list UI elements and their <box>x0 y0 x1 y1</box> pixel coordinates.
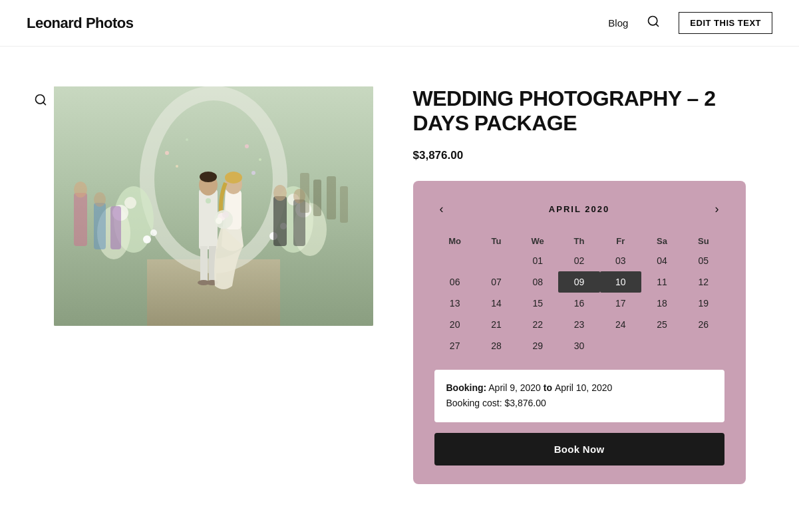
svg-rect-50 <box>300 173 309 213</box>
calendar-day[interactable]: 21 <box>476 314 517 335</box>
booking-label: Booking: <box>446 382 487 393</box>
booking-end-date: April 10, 2020 <box>555 382 612 393</box>
svg-point-45 <box>186 138 188 141</box>
image-zoom-icon[interactable] <box>34 93 47 110</box>
svg-rect-53 <box>340 186 348 223</box>
calendar-day[interactable]: 08 <box>517 271 558 293</box>
calendar-day[interactable]: 15 <box>517 293 558 314</box>
calendar-month-year: APRIL 2020 <box>549 204 609 214</box>
calendar-day-header: Mo <box>434 232 476 250</box>
booking-cost-line: Booking cost: $3,876.00 <box>446 396 713 412</box>
calendar-day-header: We <box>517 232 558 250</box>
svg-point-44 <box>165 151 169 155</box>
book-now-button[interactable]: Book Now <box>434 433 724 466</box>
booking-info-box: Booking: April 9, 2020 to April 10, 2020… <box>434 370 724 423</box>
calendar-table: MoTuWeThFrSaSu 0102030405060708091011121… <box>434 232 724 356</box>
calendar-day[interactable]: 09 <box>558 271 599 293</box>
calendar-day[interactable]: 18 <box>641 293 683 314</box>
calendar-week-row: 0102030405 <box>434 250 724 271</box>
svg-point-27 <box>206 198 211 203</box>
svg-point-41 <box>273 185 287 201</box>
site-logo: Leonard Photos <box>27 15 133 32</box>
booking-to-label: to <box>544 382 552 393</box>
calendar-day[interactable]: 14 <box>476 293 517 314</box>
calendar-header-row: MoTuWeThFrSaSu <box>434 232 724 250</box>
product-price: $3,876.00 <box>413 149 746 162</box>
calendar-day-header: Su <box>683 232 724 250</box>
svg-rect-37 <box>94 203 106 249</box>
product-title: WEDDING PHOTOGRAPHY – 2 DAYS PACKAGE <box>413 86 746 136</box>
booking-date-line: Booking: April 9, 2020 to April 10, 2020 <box>446 380 713 396</box>
calendar-day[interactable]: 24 <box>600 314 641 335</box>
calendar-day[interactable]: 10 <box>600 271 641 293</box>
nav-blog-link[interactable]: Blog <box>608 17 628 29</box>
calendar-day[interactable]: 13 <box>434 293 476 314</box>
calendar-day[interactable]: 05 <box>683 250 724 271</box>
calendar-day[interactable]: 23 <box>558 314 599 335</box>
svg-point-49 <box>251 171 255 175</box>
calendar-week-row: 20212223242526 <box>434 314 724 335</box>
svg-point-30 <box>225 172 242 184</box>
calendar-day[interactable]: 30 <box>558 335 599 356</box>
booking-start-date: April 9, 2020 <box>488 382 541 393</box>
calendar-body: 0102030405060708091011121314151617181920… <box>434 250 724 356</box>
calendar-day[interactable]: 22 <box>517 314 558 335</box>
header-nav: Blog EDIT THIS TEXT <box>608 12 772 34</box>
site-header: Leonard Photos Blog EDIT THIS TEXT <box>0 0 799 47</box>
svg-point-17 <box>150 229 157 236</box>
product-image-section <box>54 86 373 326</box>
calendar-week-row: 27282930 <box>434 335 724 356</box>
calendar-day[interactable]: 17 <box>600 293 641 314</box>
calendar-day-empty <box>476 250 517 271</box>
svg-point-36 <box>74 182 87 198</box>
calendar-day[interactable]: 25 <box>641 314 683 335</box>
svg-rect-51 <box>313 180 321 216</box>
calendar-week-row: 06070809101112 <box>434 271 724 293</box>
calendar-day[interactable]: 16 <box>558 293 599 314</box>
calendar-day-header: Tu <box>476 232 517 250</box>
calendar-day[interactable]: 11 <box>641 271 683 293</box>
product-details: WEDDING PHOTOGRAPHY – 2 DAYS PACKAGE $3,… <box>413 86 746 484</box>
calendar-day-empty <box>641 335 683 356</box>
calendar-day[interactable]: 03 <box>600 250 641 271</box>
svg-point-11 <box>124 197 136 209</box>
main-content: WEDDING PHOTOGRAPHY – 2 DAYS PACKAGE $3,… <box>1 47 799 524</box>
svg-point-16 <box>143 235 151 243</box>
calendar-day[interactable]: 12 <box>683 271 724 293</box>
calendar-widget: ‹ APRIL 2020 › MoTuWeThFrSaSu 0102030405… <box>413 181 746 485</box>
calendar-day[interactable]: 19 <box>683 293 724 314</box>
svg-rect-52 <box>327 176 336 219</box>
calendar-day-empty <box>600 335 641 356</box>
calendar-day-header: Th <box>558 232 599 250</box>
calendar-day[interactable]: 20 <box>434 314 476 335</box>
calendar-day[interactable]: 26 <box>683 314 724 335</box>
calendar-day-empty <box>683 335 724 356</box>
calendar-prev-button[interactable]: ‹ <box>434 200 449 219</box>
svg-point-38 <box>94 192 106 207</box>
calendar-day-empty <box>434 250 476 271</box>
calendar-day-header: Fr <box>600 232 641 250</box>
calendar-week-row: 13141516171819 <box>434 293 724 314</box>
calendar-day[interactable]: 01 <box>517 250 558 271</box>
calendar-day[interactable]: 02 <box>558 250 599 271</box>
calendar-navigation: ‹ APRIL 2020 › <box>434 200 724 219</box>
calendar-day[interactable]: 06 <box>434 271 476 293</box>
calendar-day[interactable]: 27 <box>434 335 476 356</box>
calendar-day[interactable]: 04 <box>641 250 683 271</box>
svg-point-26 <box>200 172 217 182</box>
svg-point-48 <box>176 165 178 168</box>
svg-rect-21 <box>200 246 208 283</box>
svg-point-33 <box>222 211 229 218</box>
calendar-day[interactable]: 07 <box>476 271 517 293</box>
svg-point-34 <box>216 217 222 224</box>
edit-text-button[interactable]: EDIT THIS TEXT <box>679 12 772 34</box>
calendar-day[interactable]: 29 <box>517 335 558 356</box>
svg-rect-39 <box>110 206 121 249</box>
search-icon[interactable] <box>647 15 660 31</box>
svg-rect-35 <box>74 193 87 246</box>
calendar-next-button[interactable]: › <box>709 200 724 219</box>
svg-line-1 <box>656 24 659 27</box>
svg-point-46 <box>245 144 249 148</box>
svg-line-3 <box>43 102 45 105</box>
calendar-day[interactable]: 28 <box>476 335 517 356</box>
